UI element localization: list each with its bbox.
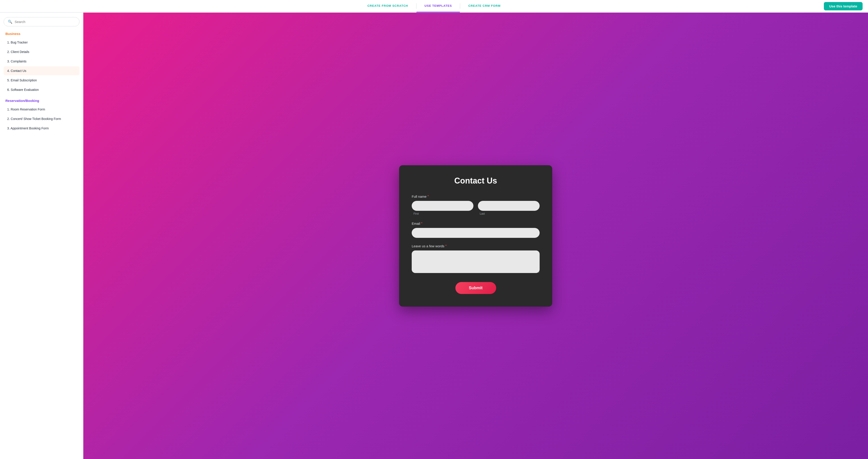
nav-tabs: CREATE FROM SCRATCH USE TEMPLATES CREATE… [359,0,508,12]
sidebar-item-concert-ticket[interactable]: 2. Concert/ Show Ticket Booking Form [4,114,80,123]
tab-create-crm[interactable]: CREATE CRM FORM [460,0,508,12]
last-name-sublabel: Last [478,212,539,215]
submit-button[interactable]: Submit [455,282,496,294]
required-star-name: * [428,195,429,199]
sidebar: 🔍 Business 1. Bug Tracker 2. Client Deta… [0,12,83,459]
sidebar-item-contact-us[interactable]: 4. Contact Us [4,66,80,75]
full-name-label: Full name * [412,195,539,199]
tab-create-scratch[interactable]: CREATE FROM SCRATCH [359,0,416,12]
main-content: Contact Us Full name * First Last [83,12,868,459]
required-star-message: * [445,244,446,248]
tab-use-templates[interactable]: USE TEMPLATES [416,0,460,12]
form-group-email: Email * [412,222,539,238]
first-name-input[interactable] [412,201,473,211]
use-template-button[interactable]: Use this template [824,2,863,10]
message-label: Leave us a few words * [412,244,539,248]
sidebar-item-bug-tracker[interactable]: 1. Bug Tracker [4,38,80,47]
sidebar-item-appointment-booking[interactable]: 3. Appointment Booking Form [4,124,80,133]
form-card: Contact Us Full name * First Last [399,165,552,307]
sidebar-item-room-reservation[interactable]: 1. Room Reservation Form [4,105,80,114]
top-navigation: CREATE FROM SCRATCH USE TEMPLATES CREATE… [0,0,868,12]
form-group-message: Leave us a few words * [412,244,539,274]
sidebar-item-software-evaluation[interactable]: 6. Software Evaluation [4,85,80,94]
category-business: Business [4,32,80,36]
first-name-sublabel: First [412,212,473,215]
name-row: First Last [412,201,539,215]
search-input[interactable] [14,20,75,24]
sidebar-item-email-subscription[interactable]: 5. Email Subscription [4,76,80,85]
last-name-input[interactable] [478,201,539,211]
main-layout: 🔍 Business 1. Bug Tracker 2. Client Deta… [0,12,868,459]
search-icon: 🔍 [8,20,12,24]
email-input[interactable] [412,228,539,238]
message-textarea[interactable] [412,251,539,273]
required-star-email: * [421,222,423,226]
category-reservation: Reservation/Booking [4,99,80,103]
form-title: Contact Us [412,176,539,185]
sidebar-item-complaints[interactable]: 3. Complaints [4,57,80,66]
form-group-full-name: Full name * First Last [412,195,539,215]
first-name-field: First [412,201,473,215]
last-name-field: Last [478,201,539,215]
email-label: Email * [412,222,539,226]
sidebar-item-client-details[interactable]: 2. Client Details [4,47,80,56]
search-box[interactable]: 🔍 [4,17,80,26]
